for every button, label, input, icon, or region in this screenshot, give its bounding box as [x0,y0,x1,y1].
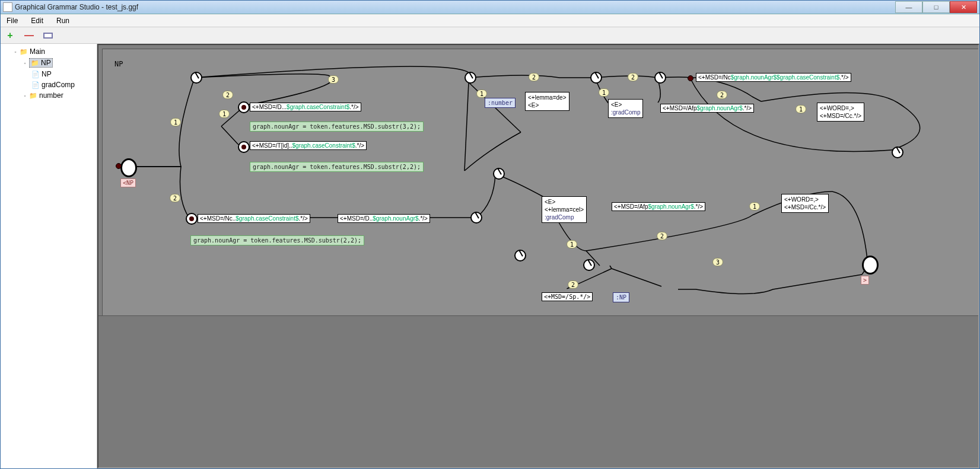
node-mid1[interactable] [470,212,482,224]
tree-gradcomp[interactable]: gradComp [31,79,94,90]
box-cel-gradcomp[interactable]: <E> <+lemma=cel> :gradComp [542,196,587,223]
node-msd-nc-bot[interactable] [186,213,198,225]
menu-file[interactable]: File [4,15,20,26]
toolbar: + — [1,27,979,44]
end-label: > [861,276,869,285]
canvas-empty-area [98,315,978,467]
edge-1f: 1 [749,202,760,210]
node-msd-d[interactable] [238,101,250,113]
node-nc-top-dot[interactable] [688,75,693,81]
graph-title: NP [114,60,123,68]
start-dot [116,163,122,169]
edge-3a: 3 [328,75,339,84]
node-mid2[interactable] [493,168,505,180]
canvas-viewport[interactable]: NP [97,44,979,468]
tag-msd-d[interactable]: <+MSD=/D...$graph.caseConstraint$.*/> [250,103,361,111]
close-button[interactable]: ✕ [950,1,977,13]
edge-2b: 2 [222,91,233,99]
node-top1[interactable] [190,72,202,84]
tag-msd-t[interactable]: <+MSD=/T[id]..$graph.caseConstraint$.*/> [250,141,367,150]
ref-number[interactable]: :number [485,98,516,108]
node-top2[interactable] [464,72,476,84]
box-lemma-de[interactable]: <+lemma=de> <E> [525,92,569,111]
app-icon [3,2,12,12]
edge-2g: 2 [568,280,578,289]
end-node[interactable] [862,256,879,275]
tree-main[interactable]: ◦Main ◦NP NP gradComp ◦number [12,46,94,101]
start-node[interactable] [120,158,137,177]
remove-button[interactable]: — [23,30,35,42]
tree-panel: ◦Main ◦NP NP gradComp ◦number [1,44,97,468]
node-mid3[interactable] [514,250,526,261]
app-window: Graphical Grammar Studio - test_js.ggf —… [0,0,980,469]
node-msd-t[interactable] [238,141,250,153]
titlebar[interactable]: Graphical Grammar Studio - test_js.ggf —… [1,1,979,14]
tag-msd-d2[interactable]: <+MSD=/D..$graph.nounAgr$.*/> [338,214,430,223]
code-nounagr-32[interactable]: graph.nounAgr = token.features.MSD.subst… [250,122,424,132]
tag-msd-nc-bot[interactable]: <+MSD=/Nc..$graph.caseConstraint$.*/> [198,214,310,223]
edge-1c: 1 [476,90,487,98]
edge-1b: 1 [219,110,230,118]
edge-1a: 1 [170,118,181,126]
node-top4[interactable] [654,72,666,84]
edge-3b: 3 [712,258,723,266]
menu-edit[interactable]: Edit [28,15,46,26]
node-right-upper[interactable] [892,146,903,158]
edge-2a: 2 [170,194,180,202]
tag-msd-afp2[interactable]: <+MSD=/Afp$graph.nounAgr$.*/> [612,202,705,211]
code-nounagr-22a[interactable]: graph.nounAgr = token.features.MSD.subst… [250,162,424,172]
node-top3[interactable] [590,72,602,84]
window-title: Graphical Grammar Studio - test_js.ggf [15,3,138,11]
node-bot1[interactable] [583,259,595,271]
box-e-gradcomp-top[interactable]: <E> :gradComp [608,99,643,118]
code-nounagr-22b[interactable]: graph.nounAgr = token.features.MSD.subst… [190,235,364,245]
box-wordcc-mid[interactable]: <+WORD=,> <+MSD=/Cc.*/> [781,194,829,213]
menu-run[interactable]: Run [54,15,72,26]
graph-canvas[interactable]: NP [102,49,979,345]
edit-button[interactable] [42,30,54,42]
edge-1d: 1 [599,88,609,97]
ref-np[interactable]: :NP [613,292,629,302]
start-label: <NP [120,178,136,187]
tree-number[interactable]: ◦number [22,90,94,101]
menubar: File Edit Run [1,14,979,27]
tag-msd-sp[interactable]: <+MSD=/Sp.*/> [542,292,593,301]
edge-2f: 2 [657,232,667,240]
box-wordcc-top[interactable]: <+WORD=,> <+MSD=/Cc.*/> [817,103,864,122]
edge-2d: 2 [628,73,638,81]
tree-np[interactable]: NP [31,69,94,79]
tree-np-folder[interactable]: ◦NP NP gradComp [22,58,94,90]
minimize-button[interactable]: — [895,1,922,13]
tag-msd-nc-top[interactable]: <+MSD=/Nc$graph.nounAgr$$graph.caseConst… [696,73,851,82]
edge-1e: 1 [796,105,806,113]
edge-1g: 1 [567,240,577,248]
edge-2c: 2 [529,73,539,81]
maximize-button[interactable]: □ [922,1,950,13]
tag-msd-afp1[interactable]: <+MSD=/Afp$graph.nounAgr$.*/> [660,104,754,113]
edge-2e: 2 [717,91,727,99]
add-button[interactable]: + [4,30,16,42]
